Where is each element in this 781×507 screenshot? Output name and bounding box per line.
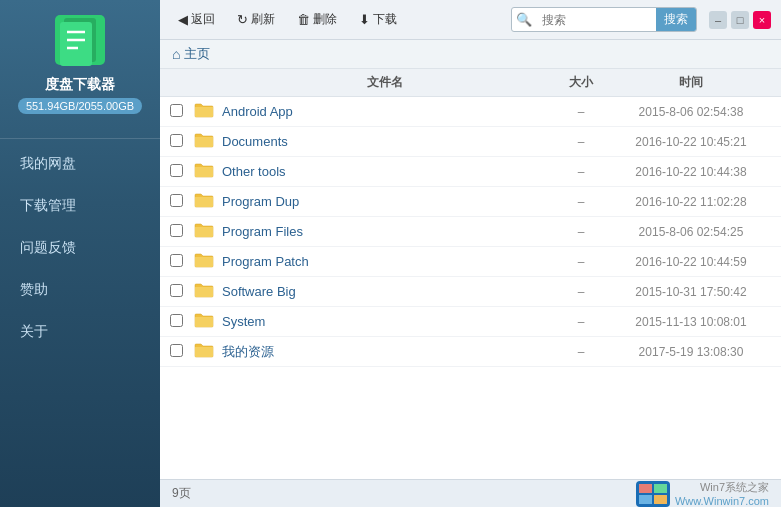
row-checkbox[interactable] [170,284,194,300]
file-time: 2016-10-22 11:02:28 [611,195,771,209]
sidebar-divider [0,138,160,139]
search-input[interactable] [536,10,656,30]
file-list-header: 文件名 大小 时间 [160,69,781,97]
file-row[interactable]: Software Big – 2015-10-31 17:50:42 [160,277,781,307]
file-time: 2015-11-13 10:08:01 [611,315,771,329]
footer: 9页 Win7系统之家 Www.Winwin7.com [160,479,781,507]
file-time: 2016-10-22 10:45:21 [611,135,771,149]
row-checkbox[interactable] [170,344,194,360]
sidebar: 度盘下载器 551.94GB/2055.00GB 我的网盘下载管理问题反馈赞助关… [0,0,160,507]
file-time: 2015-8-06 02:54:25 [611,225,771,239]
home-icon: ⌂ [172,46,180,62]
file-row[interactable]: 我的资源 – 2017-5-19 13:08:30 [160,337,781,367]
download-icon: ⬇ [359,12,370,27]
back-icon: ◀ [178,12,188,27]
row-checkbox[interactable] [170,134,194,150]
file-size: – [551,135,611,149]
maximize-button[interactable]: □ [731,11,749,29]
back-button[interactable]: ◀ 返回 [170,8,223,31]
row-checkbox[interactable] [170,164,194,180]
app-icon [50,10,110,70]
file-name: System [218,314,551,329]
file-size: – [551,315,611,329]
delete-icon: 🗑 [297,12,310,27]
breadcrumb-home[interactable]: 主页 [184,45,210,63]
sidebar-item-my-disk[interactable]: 我的网盘 [0,143,160,185]
file-row[interactable]: Program Patch – 2016-10-22 10:44:59 [160,247,781,277]
folder-icon [194,102,218,121]
file-name: Program Dup [218,194,551,209]
file-time: 2016-10-22 10:44:38 [611,165,771,179]
window-controls: – □ × [709,11,771,29]
close-button[interactable]: × [753,11,771,29]
file-row[interactable]: Documents – 2016-10-22 10:45:21 [160,127,781,157]
sidebar-item-help[interactable]: 赞助 [0,269,160,311]
file-size: – [551,105,611,119]
header-time: 时间 [611,74,771,91]
file-name: Documents [218,134,551,149]
file-row[interactable]: Program Dup – 2016-10-22 11:02:28 [160,187,781,217]
file-size: – [551,255,611,269]
sidebar-item-download-manager[interactable]: 下载管理 [0,185,160,227]
row-checkbox[interactable] [170,254,194,270]
file-row[interactable]: Android App – 2015-8-06 02:54:38 [160,97,781,127]
svg-rect-2 [60,22,92,66]
file-list: Android App – 2015-8-06 02:54:38 Documen… [160,97,781,479]
row-checkbox[interactable] [170,194,194,210]
file-name: Program Patch [218,254,551,269]
search-icon: 🔍 [512,12,536,27]
file-size: – [551,345,611,359]
download-button[interactable]: ⬇ 下载 [351,8,405,31]
app-logo-area: 度盘下载器 551.94GB/2055.00GB [18,10,142,124]
storage-badge: 551.94GB/2055.00GB [18,98,142,114]
delete-button[interactable]: 🗑 删除 [289,8,345,31]
file-name: Other tools [218,164,551,179]
sidebar-item-about[interactable]: 关于 [0,311,160,353]
search-button[interactable]: 搜索 [656,8,696,31]
file-time: 2016-10-22 10:44:59 [611,255,771,269]
folder-icon [194,342,218,361]
row-checkbox[interactable] [170,224,194,240]
folder-icon [194,162,218,181]
minimize-button[interactable]: – [709,11,727,29]
breadcrumb: ⌂ 主页 [160,40,781,69]
row-checkbox[interactable] [170,104,194,120]
file-name: Program Files [218,224,551,239]
svg-rect-12 [654,484,667,493]
file-size: – [551,195,611,209]
file-size: – [551,285,611,299]
folder-icon [194,132,218,151]
header-size: 大小 [551,74,611,91]
toolbar: ◀ 返回 ↻ 刷新 🗑 删除 ⬇ 下载 🔍 搜索 – □ × [160,0,781,40]
row-checkbox[interactable] [170,314,194,330]
file-time: 2015-8-06 02:54:38 [611,105,771,119]
folder-icon [194,252,218,271]
folder-icon [194,312,218,331]
file-time: 2017-5-19 13:08:30 [611,345,771,359]
file-name: Software Big [218,284,551,299]
folder-icon [194,282,218,301]
file-time: 2015-10-31 17:50:42 [611,285,771,299]
file-name: Android App [218,104,551,119]
refresh-icon: ↻ [237,12,248,27]
app-title: 度盘下载器 [45,76,115,94]
folder-icon [194,192,218,211]
main-area: ◀ 返回 ↻ 刷新 🗑 删除 ⬇ 下载 🔍 搜索 – □ × ⌂ 主页 [160,0,781,507]
file-row[interactable]: System – 2015-11-13 10:08:01 [160,307,781,337]
file-name: 我的资源 [218,343,551,361]
svg-rect-11 [639,484,652,493]
watermark: Win7系统之家 Www.Winwin7.com [635,480,769,508]
sidebar-item-feedback[interactable]: 问题反馈 [0,227,160,269]
folder-icon [194,222,218,241]
svg-rect-13 [639,495,652,504]
sidebar-nav: 我的网盘下载管理问题反馈赞助关于 [0,143,160,353]
file-row[interactable]: Program Files – 2015-8-06 02:54:25 [160,217,781,247]
footer-logo-text: Win7系统之家 Www.Winwin7.com [675,480,769,507]
svg-rect-14 [654,495,667,504]
search-box: 🔍 搜索 [511,7,697,32]
file-size: – [551,165,611,179]
file-row[interactable]: Other tools – 2016-10-22 10:44:38 [160,157,781,187]
header-name: 文件名 [218,74,551,91]
watermark-windows-icon [635,480,671,508]
refresh-button[interactable]: ↻ 刷新 [229,8,283,31]
